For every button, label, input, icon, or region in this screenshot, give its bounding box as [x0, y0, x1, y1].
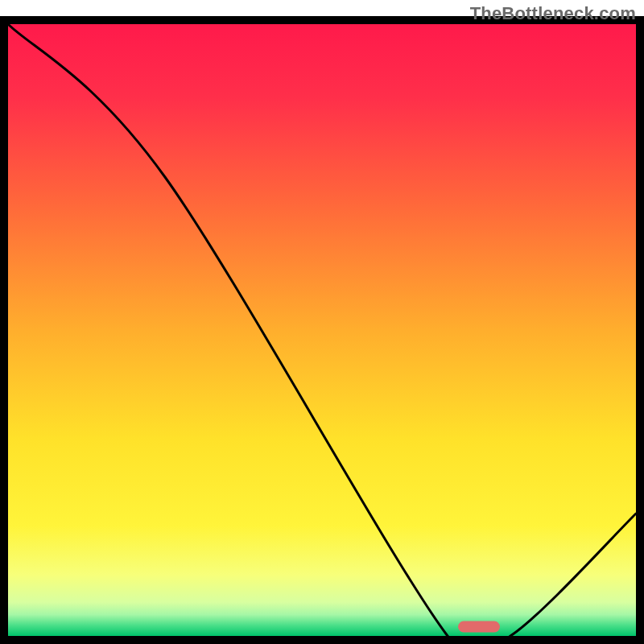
watermark-text: TheBottleneck.com — [470, 3, 636, 24]
plot-background — [8, 24, 636, 636]
optimal-marker — [458, 621, 500, 633]
bottleneck-chart — [0, 0, 644, 644]
chart-container: TheBottleneck.com — [0, 0, 644, 644]
